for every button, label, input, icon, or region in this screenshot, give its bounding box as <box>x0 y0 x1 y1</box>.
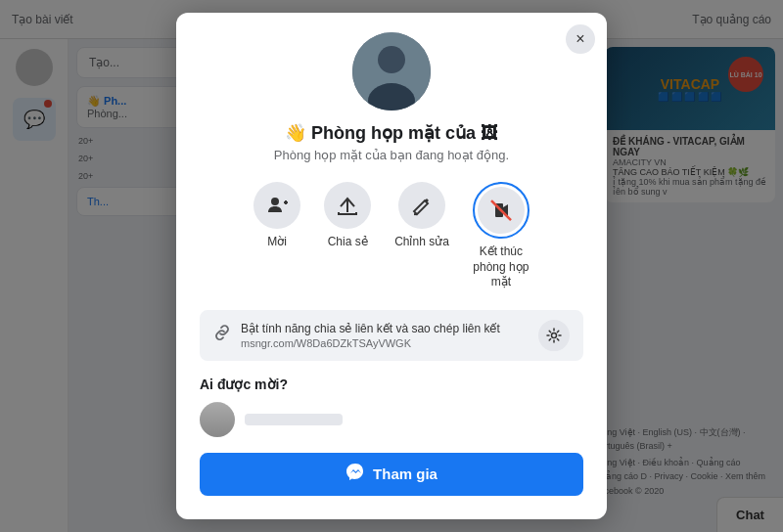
join-label: Tham gia <box>373 466 438 482</box>
end-meeting-label: Kết thúcphòng họpmặt <box>473 244 529 290</box>
end-meeting-circle-border <box>473 182 530 239</box>
invited-user-name <box>245 414 343 425</box>
svg-point-1 <box>378 46 405 73</box>
action-buttons-row: Mời Chia sẻ Chỉnh sửa <box>200 182 583 290</box>
link-text-container: Bật tính năng chia sẻ liên kết và sao ch… <box>241 322 529 349</box>
close-button[interactable]: × <box>566 24 595 54</box>
link-settings-button[interactable] <box>538 320 570 351</box>
edit-icon <box>411 195 433 216</box>
avatar-silhouette <box>352 32 431 111</box>
messenger-icon <box>345 463 365 486</box>
share-label: Chia sẻ <box>328 235 368 248</box>
invite-icon <box>266 195 288 216</box>
link-section: Bật tính năng chia sẻ liên kết và sao ch… <box>200 310 583 361</box>
end-meeting-icon <box>490 200 512 221</box>
invite-icon-circle <box>253 182 300 229</box>
join-button[interactable]: Tham gia <box>200 453 583 496</box>
modal-title: 👋 Phòng họp mặt của 🖼 <box>200 122 583 144</box>
edit-button[interactable]: Chỉnh sửa <box>394 182 449 290</box>
share-icon <box>337 195 358 216</box>
room-modal: × 👋 Phòng họp mặt của 🖼 Phòng họp mặt củ… <box>176 13 607 519</box>
svg-point-10 <box>552 332 557 337</box>
edit-icon-circle <box>398 182 445 229</box>
settings-icon <box>546 328 562 343</box>
invite-label: Mời <box>267 235 287 248</box>
modal-subtitle: Phòng họp mặt của bạn đang hoạt động. <box>200 148 583 162</box>
link-icon <box>213 324 231 346</box>
svg-point-3 <box>271 198 279 205</box>
invite-button[interactable]: Mời <box>253 182 300 290</box>
end-meeting-button[interactable]: Kết thúcphòng họpmặt <box>473 182 530 290</box>
share-button[interactable]: Chia sẻ <box>324 182 371 290</box>
end-meeting-icon-circle <box>478 187 525 234</box>
invited-user-avatar <box>200 402 235 437</box>
modal-avatar <box>352 32 431 111</box>
edit-label: Chỉnh sửa <box>394 235 449 248</box>
share-icon-circle <box>324 182 371 229</box>
link-placeholder-text: Bật tính năng chia sẻ liên kết và sao ch… <box>241 322 529 335</box>
invited-label: Ai được mời? <box>200 377 583 392</box>
close-icon: × <box>576 30 584 48</box>
link-url: msngr.com/W8Da6DZkTSAyVWGK <box>241 337 529 349</box>
invited-user-row <box>200 402 583 437</box>
